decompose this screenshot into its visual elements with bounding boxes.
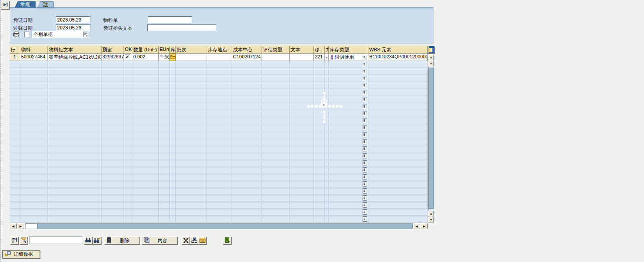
cell-batch[interactable]	[176, 117, 207, 124]
cell-ok[interactable]	[124, 159, 132, 166]
cell-wbs_element[interactable]	[368, 61, 428, 68]
cell-cost_center[interactable]	[232, 68, 262, 75]
cell-unit[interactable]	[159, 201, 170, 208]
cell-ok[interactable]	[124, 117, 132, 124]
contents-button[interactable]: 内容	[142, 237, 178, 244]
cell-short_text[interactable]	[48, 89, 102, 96]
cell-stock_type[interactable]	[329, 117, 368, 124]
cell-sloc[interactable]	[170, 110, 176, 117]
cell-unit[interactable]	[159, 208, 170, 215]
cell-wbs_element[interactable]	[368, 152, 428, 159]
cell-quantity[interactable]	[132, 96, 159, 103]
cell-stock_type[interactable]	[329, 180, 368, 187]
cell-movement_type[interactable]	[314, 152, 325, 159]
cell-direction[interactable]	[325, 110, 329, 117]
cell-text[interactable]	[290, 89, 314, 96]
cell-wbs_element[interactable]	[368, 82, 428, 89]
cell-row_no[interactable]	[10, 201, 20, 208]
cell-quantity[interactable]	[132, 215, 159, 223]
cell-reservation[interactable]	[102, 75, 124, 82]
cell-movement_type[interactable]	[314, 82, 325, 89]
cell-sloc[interactable]	[170, 166, 176, 173]
cell-sloc[interactable]	[170, 124, 176, 131]
cell-ok[interactable]	[124, 173, 132, 180]
cell-text[interactable]	[290, 201, 314, 208]
cell-unit[interactable]	[159, 215, 170, 223]
cell-movement_type[interactable]	[314, 68, 325, 75]
cell-sloc[interactable]	[170, 145, 176, 152]
stock-type-dropdown-icon[interactable]	[363, 55, 367, 60]
cell-reservation[interactable]	[102, 208, 124, 215]
cell-short_text[interactable]	[48, 166, 102, 173]
cell-material[interactable]	[20, 180, 48, 187]
cell-sloc[interactable]	[170, 152, 176, 159]
cell-storage_location[interactable]	[207, 145, 232, 152]
cell-direction[interactable]	[325, 201, 329, 208]
cell-ok[interactable]	[124, 89, 132, 96]
cell-reservation[interactable]	[102, 215, 124, 223]
cell-cost_center[interactable]	[232, 82, 262, 89]
cell-sloc[interactable]	[170, 138, 176, 145]
cell-unit[interactable]	[159, 89, 170, 96]
cell-unit[interactable]	[159, 180, 170, 187]
cell-short_text[interactable]	[48, 138, 102, 145]
cell-batch[interactable]	[176, 89, 207, 96]
cell-stock_type[interactable]	[329, 173, 368, 180]
cell-direction[interactable]	[325, 145, 329, 152]
cell-movement_type[interactable]	[314, 208, 325, 215]
cell-quantity[interactable]	[132, 145, 159, 152]
cell-material[interactable]	[20, 89, 48, 96]
cell-row_no[interactable]	[10, 124, 20, 131]
cell-valuation_type[interactable]	[262, 103, 290, 110]
cell-quantity[interactable]	[132, 124, 159, 131]
cell-unit[interactable]	[159, 96, 170, 103]
stock-type-dropdown-icon[interactable]	[363, 209, 367, 215]
cell-direction[interactable]	[325, 215, 329, 223]
cell-short_text[interactable]	[48, 131, 102, 138]
cell-stock_type[interactable]: 非限制使用	[329, 54, 368, 61]
cell-wbs_element[interactable]	[368, 173, 428, 180]
cell-wbs_element[interactable]	[368, 131, 428, 138]
cell-direction[interactable]	[325, 117, 329, 124]
cell-stock_type[interactable]	[329, 194, 368, 201]
cell-text[interactable]	[290, 54, 314, 61]
cell-cost_center[interactable]	[232, 124, 262, 131]
cell-direction[interactable]	[325, 75, 329, 82]
cell-valuation_type[interactable]	[262, 145, 290, 152]
column-header-unit[interactable]: EUn	[159, 46, 170, 54]
cell-short_text[interactable]	[48, 68, 102, 75]
cell-text[interactable]	[290, 124, 314, 131]
cell-row_no[interactable]	[10, 117, 20, 124]
column-header-text[interactable]: 文本	[290, 46, 314, 54]
stock-type-dropdown-icon[interactable]	[363, 111, 367, 116]
cell-row_no[interactable]: 1	[10, 54, 20, 61]
cell-quantity[interactable]	[132, 180, 159, 187]
cell-movement_type[interactable]	[314, 145, 325, 152]
cell-sloc[interactable]	[170, 159, 176, 166]
cell-stock_type[interactable]	[329, 110, 368, 117]
cell-material[interactable]	[20, 68, 48, 75]
search-input[interactable]	[29, 237, 83, 244]
cell-batch[interactable]	[176, 54, 207, 61]
cell-short_text[interactable]	[48, 215, 102, 223]
cell-movement_type[interactable]	[314, 215, 325, 223]
stock-type-dropdown-icon[interactable]	[363, 160, 367, 165]
cell-wbs_element[interactable]	[368, 166, 428, 173]
cell-unit[interactable]	[159, 68, 170, 75]
cell-direction[interactable]	[325, 187, 329, 194]
cell-short_text[interactable]	[48, 173, 102, 180]
cell-reservation[interactable]	[102, 103, 124, 110]
cell-text[interactable]	[290, 75, 314, 82]
cell-reservation[interactable]	[102, 117, 124, 124]
cell-stock_type[interactable]	[329, 152, 368, 159]
cell-cost_center[interactable]	[232, 75, 262, 82]
cell-unit[interactable]: 千米	[159, 54, 170, 61]
cell-cost_center[interactable]	[232, 89, 262, 96]
cell-movement_type[interactable]	[314, 75, 325, 82]
cell-quantity[interactable]	[132, 117, 159, 124]
material-doc-input[interactable]	[148, 16, 192, 23]
cell-text[interactable]	[290, 117, 314, 124]
cell-stock_type[interactable]	[329, 145, 368, 152]
cell-ok[interactable]	[124, 68, 132, 75]
cell-storage_location[interactable]	[207, 215, 232, 223]
